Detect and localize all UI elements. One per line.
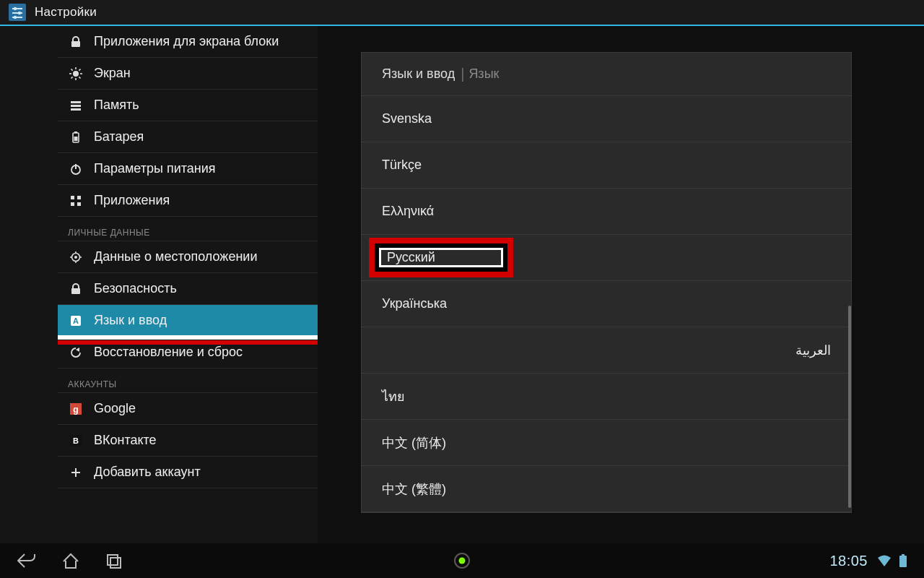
home-button[interactable] xyxy=(61,551,81,570)
sidebar: Приложения для экрана блоки Экран Память… xyxy=(0,26,318,543)
svg-point-4 xyxy=(14,7,17,10)
sidebar-item-label: Параметры питания xyxy=(94,161,216,176)
language-option-svenska[interactable]: Svenska xyxy=(362,96,851,142)
language-label: Ελληνικά xyxy=(382,204,434,219)
sidebar-item-backup-reset[interactable]: Восстановление и сброс xyxy=(58,337,318,368)
main: Приложения для экрана блоки Экран Память… xyxy=(0,26,924,543)
svg-text:A: A xyxy=(73,316,79,325)
battery-icon xyxy=(68,131,84,144)
svg-rect-19 xyxy=(71,108,81,111)
apps-icon xyxy=(68,194,84,207)
google-icon: g xyxy=(68,402,84,415)
sidebar-item-display[interactable]: Экран xyxy=(58,58,318,90)
svg-rect-17 xyxy=(71,101,81,103)
svg-rect-18 xyxy=(71,105,81,107)
language-label: Svenska xyxy=(382,111,432,126)
titlebar-title: Настройки xyxy=(35,5,97,20)
svg-rect-28 xyxy=(77,202,81,206)
sidebar-item-security[interactable]: Безопасность xyxy=(58,273,318,305)
svg-rect-45 xyxy=(108,555,118,565)
svg-rect-27 xyxy=(71,202,74,206)
sidebar-item-apps[interactable]: Приложения xyxy=(58,185,318,217)
language-option-arabic[interactable]: العربية xyxy=(362,327,851,374)
language-label: 中文 (简体) xyxy=(382,434,446,452)
language-option-russian[interactable]: Русский xyxy=(362,235,851,281)
language-label: ไทย xyxy=(382,386,405,407)
breadcrumb: Язык и ввод | Язык xyxy=(362,53,851,96)
language-label: Українська xyxy=(382,296,447,311)
svg-point-48 xyxy=(459,558,466,564)
svg-rect-50 xyxy=(902,554,905,556)
sidebar-item-label: Восстановление и сброс xyxy=(94,345,243,360)
vk-icon: B xyxy=(68,434,84,447)
sidebar-item-label: ВКонтакте xyxy=(94,433,157,448)
svg-point-30 xyxy=(74,256,77,259)
section-header-label: ЛИЧНЫЕ ДАННЫЕ xyxy=(68,228,150,238)
power-icon xyxy=(68,163,84,176)
language-option-turkce[interactable]: Türkçe xyxy=(362,142,851,189)
sidebar-item-label: Данные о местоположении xyxy=(94,249,257,264)
svg-rect-7 xyxy=(71,41,80,47)
plus-icon xyxy=(68,466,84,479)
location-icon xyxy=(68,251,84,264)
sidebar-item-google[interactable]: g Google xyxy=(58,393,318,425)
svg-marker-38 xyxy=(76,348,79,352)
language-label: 中文 (繁體) xyxy=(382,480,446,498)
svg-rect-26 xyxy=(77,196,81,199)
svg-rect-22 xyxy=(74,137,78,141)
sidebar-item-battery[interactable]: Батарея xyxy=(58,121,318,153)
sidebar-item-language-input[interactable]: A Язык и ввод xyxy=(58,305,318,337)
svg-point-8 xyxy=(73,71,79,77)
language-label: Русский xyxy=(387,250,435,265)
language-label: Türkçe xyxy=(382,158,422,173)
sidebar-item-lockscreen-apps[interactable]: Приложения для экрана блоки xyxy=(58,26,318,58)
svg-point-5 xyxy=(18,12,21,14)
sidebar-item-power[interactable]: Параметры питания xyxy=(58,153,318,185)
language-option-chinese-simplified[interactable]: 中文 (简体) xyxy=(362,420,851,466)
section-header-label: АККАУНТЫ xyxy=(68,379,117,389)
svg-rect-46 xyxy=(110,558,121,568)
sidebar-item-location[interactable]: Данные о местоположении xyxy=(58,241,318,273)
language-option-thai[interactable]: ไทย xyxy=(362,374,851,420)
sidebar-item-vk[interactable]: B ВКонтакте xyxy=(58,425,318,457)
language-option-ukrainian[interactable]: Українська xyxy=(362,281,851,327)
brightness-icon xyxy=(68,67,84,80)
svg-line-14 xyxy=(79,77,80,78)
svg-line-16 xyxy=(79,69,80,70)
wifi-icon xyxy=(876,553,892,568)
language-option-chinese-traditional[interactable]: 中文 (繁體) xyxy=(362,466,851,512)
svg-line-13 xyxy=(71,69,73,70)
sidebar-item-label: Google xyxy=(94,401,136,416)
sidebar-item-label: Экран xyxy=(94,66,131,81)
sidebar-item-label: Приложения для экрана блоки xyxy=(94,34,279,49)
sidebar-section-personal: ЛИЧНЫЕ ДАННЫЕ xyxy=(58,217,318,241)
breadcrumb-separator-icon: | xyxy=(461,66,464,82)
titlebar: Настройки xyxy=(0,0,924,26)
back-button[interactable] xyxy=(16,551,38,570)
content: Язык и ввод | Язык Svenska Türkçe Ελληνι… xyxy=(318,26,924,543)
svg-rect-49 xyxy=(899,556,907,567)
svg-rect-35 xyxy=(71,288,80,294)
language-option-greek[interactable]: Ελληνικά xyxy=(362,189,851,235)
language-panel: Язык и ввод | Язык Svenska Türkçe Ελληνι… xyxy=(361,52,852,513)
status-clock[interactable]: 18:05 xyxy=(829,553,868,569)
navigation-bar: 18:05 xyxy=(0,543,924,578)
battery-status-icon xyxy=(898,553,908,568)
scrollbar[interactable] xyxy=(847,96,851,512)
sidebar-item-label: Батарея xyxy=(94,129,144,144)
recent-apps-button[interactable] xyxy=(104,551,124,570)
sidebar-item-add-account[interactable]: Добавить аккаунт xyxy=(58,457,318,488)
backup-icon xyxy=(68,346,84,359)
annotation-highlight-box: Русский xyxy=(369,238,513,277)
sidebar-item-label: Приложения xyxy=(94,193,170,208)
sidebar-item-storage[interactable]: Память xyxy=(58,90,318,121)
language-label: العربية xyxy=(796,342,831,358)
settings-icon xyxy=(7,2,27,22)
sidebar-item-label: Язык и ввод xyxy=(94,313,167,328)
breadcrumb-current: Язык xyxy=(468,66,499,82)
sidebar-item-label: Память xyxy=(94,98,139,113)
storage-icon xyxy=(68,99,84,112)
svg-text:B: B xyxy=(73,436,79,445)
voice-search-button[interactable] xyxy=(453,551,471,570)
breadcrumb-parent[interactable]: Язык и ввод xyxy=(382,66,455,82)
